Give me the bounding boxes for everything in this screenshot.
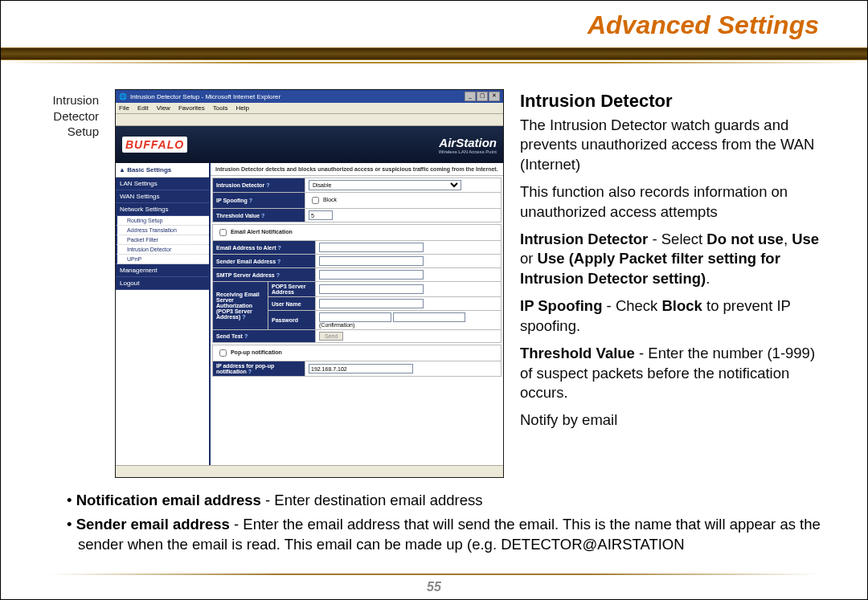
minimize-button[interactable]: _ — [465, 92, 476, 101]
help-icon[interactable]: ? — [276, 272, 280, 278]
form-description: Intrusion Detector detects and blocks un… — [211, 163, 503, 176]
help-icon[interactable]: ? — [278, 245, 281, 251]
screenshot-caption: Intrusion Detector Setup — [46, 89, 99, 478]
checkbox-email-alert[interactable] — [219, 229, 227, 236]
menu-favorites[interactable]: Favorites — [178, 104, 205, 112]
nav-wan-settings[interactable]: WAN Settings — [116, 190, 209, 203]
ie-icon: 🌐 — [119, 93, 127, 100]
form-table-top: Intrusion Detector ? Disable IP Spoofing… — [212, 178, 502, 222]
sidebar-nav: ▲ Basic Settings LAN Settings WAN Settin… — [116, 163, 211, 467]
page-frame: Advanced Settings Intrusion Detector Set… — [0, 0, 868, 600]
desc-notify: Notify by email — [520, 410, 822, 430]
bullet-notification-email: • Notification email address - Enter des… — [78, 491, 822, 510]
menu-tools[interactable]: Tools — [213, 104, 228, 112]
label-threshold: Threshold Value ? — [213, 209, 305, 222]
caption-line: Setup — [68, 124, 99, 138]
input-threshold[interactable] — [309, 210, 333, 220]
page-body: ▲ Basic Settings LAN Settings WAN Settin… — [116, 163, 503, 467]
form-table-email: Email Alert Notification Email Address t… — [212, 224, 502, 343]
header-rule-thick — [1, 47, 867, 60]
page-number: 55 — [1, 580, 867, 594]
page-brand-bar: BUFFALO AirStation Wireless LAN Access P… — [116, 126, 503, 163]
airstation-text: AirStation — [439, 136, 497, 149]
bullet-sender-email: • Sender email address - Enter the email… — [78, 515, 822, 554]
header-rule-thin — [1, 62, 867, 63]
section-heading: Intrusion Detector — [520, 89, 822, 112]
desc-threshold: Threshold Value - Enter the number (1-99… — [520, 344, 822, 402]
input-email-to[interactable] — [319, 243, 424, 252]
input-sender[interactable] — [319, 256, 424, 266]
help-icon[interactable]: ? — [244, 333, 248, 339]
checkbox-popup[interactable] — [219, 349, 227, 357]
page-header-title: Advanced Settings — [588, 10, 819, 40]
menu-file[interactable]: File — [119, 104, 129, 112]
email-alert-label: Email Alert Notification — [231, 229, 293, 235]
window-buttons: _ ▢ ✕ — [465, 92, 500, 101]
select-intrusion-detector[interactable]: Disable — [309, 180, 461, 190]
menu-edit[interactable]: Edit — [137, 104, 149, 112]
caption-line: Intrusion — [52, 93, 99, 107]
nav-upnp[interactable]: UPnP — [116, 255, 209, 264]
nav-address-translation[interactable]: Address Translation — [116, 226, 209, 235]
desc-p1: The Intrusion Detector watch guards and … — [520, 116, 822, 174]
menu-help[interactable]: Help — [235, 104, 248, 112]
help-icon[interactable]: ? — [248, 369, 252, 374]
checkbox-block[interactable] — [312, 197, 319, 204]
close-button[interactable]: ✕ — [489, 92, 500, 101]
help-icon[interactable]: ? — [277, 259, 280, 264]
input-popup-ip[interactable] — [309, 364, 413, 373]
browser-status-bar — [116, 465, 503, 477]
buffalo-logo: BUFFALO — [122, 137, 187, 153]
checkbox-block-label: Block — [323, 197, 337, 202]
browser-toolbar — [116, 114, 503, 126]
form-table-popup: Pop-up notification IP address for pop-u… — [212, 345, 502, 377]
input-username[interactable] — [319, 299, 424, 308]
label-popup-ip: IP address for pop-up notification ? — [213, 361, 305, 377]
send-test-button[interactable]: Send — [319, 332, 343, 341]
airstation-subtitle: Wireless LAN Access Point — [439, 149, 497, 154]
nav-routing-setup[interactable]: Routing Setup — [116, 216, 209, 226]
description-column: Intrusion Detector The Intrusion Detecto… — [520, 89, 822, 478]
label-send-test: Send Test ? — [213, 330, 316, 343]
nav-network-settings[interactable]: Network Settings — [116, 203, 209, 216]
input-pop3[interactable] — [319, 284, 424, 294]
input-password[interactable] — [319, 312, 391, 322]
help-icon[interactable]: ? — [266, 182, 269, 188]
nav-management[interactable]: Management — [116, 264, 209, 277]
airstation-logo: AirStation Wireless LAN Access Point — [439, 136, 497, 154]
confirm-label: (Confirmation) — [319, 322, 354, 328]
input-password-confirm[interactable] — [393, 312, 465, 322]
help-icon[interactable]: ? — [249, 198, 252, 203]
top-row: Intrusion Detector Setup 🌐 Intrusion Det… — [46, 89, 822, 478]
label-recv-section: Receiving Email Server Authorization (PO… — [213, 282, 268, 330]
content-area: Intrusion Detector Setup 🌐 Intrusion Det… — [46, 89, 822, 567]
nav-lan-settings[interactable]: LAN Settings — [116, 178, 209, 190]
browser-menubar: File Edit View Favorites Tools Help — [116, 103, 503, 114]
label-ip-spoofing: IP Spoofing ? — [213, 193, 305, 209]
nav-logout[interactable]: Logout — [116, 277, 209, 290]
window-titlebar: 🌐 Intrusion Detector Setup - Microsoft I… — [116, 90, 503, 103]
nav-packet-filter[interactable]: Packet Filter — [116, 235, 209, 245]
footer-rule — [49, 573, 819, 575]
maximize-button[interactable]: ▢ — [477, 92, 488, 101]
nav-header-basic[interactable]: ▲ Basic Settings — [116, 163, 209, 178]
window-title-text: Intrusion Detector Setup - Microsoft Int… — [130, 93, 280, 100]
label-username: User Name — [268, 297, 316, 311]
bullet-list: • Notification email address - Enter des… — [46, 491, 822, 559]
label-password: Password — [268, 311, 316, 330]
help-icon[interactable]: ? — [242, 314, 245, 320]
header-band: Advanced Settings — [1, 1, 867, 67]
label-smtp: SMTP Server Address ? — [213, 268, 316, 282]
label-sender: Sender Email Address ? — [213, 255, 316, 268]
nav-intrusion-detector[interactable]: Intrusion Detector — [116, 245, 209, 255]
screenshot-browser-window: 🌐 Intrusion Detector Setup - Microsoft I… — [115, 89, 504, 478]
menu-view[interactable]: View — [157, 104, 170, 112]
input-smtp[interactable] — [319, 270, 424, 280]
caption-line: Detector — [53, 109, 99, 123]
label-email-to: Email Address to Alert ? — [213, 241, 316, 255]
help-icon[interactable]: ? — [261, 213, 264, 218]
label-intrusion-detector: Intrusion Detector ? — [213, 178, 305, 193]
desc-p2: This function also records information o… — [520, 182, 822, 222]
desc-id: Intrusion Detector - Select Do not use, … — [520, 230, 822, 288]
form-panel: Intrusion Detector detects and blocks un… — [211, 163, 503, 467]
